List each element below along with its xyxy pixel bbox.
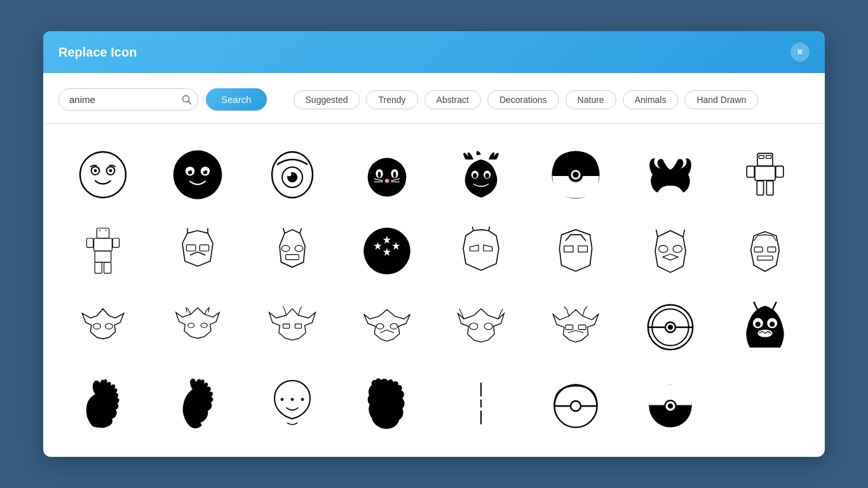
svg-line-53: [283, 228, 284, 233]
svg-rect-46: [95, 251, 112, 262]
divider: [43, 123, 825, 124]
icon-anime-face-2[interactable]: [153, 139, 243, 210]
modal-body: Search Suggested Trendy Abstract Decorat…: [43, 73, 825, 457]
svg-point-21: [377, 172, 381, 178]
search-input-wrapper: [58, 88, 198, 111]
icon-gundam-face-1[interactable]: [437, 215, 526, 287]
icon-gundam-wing-3[interactable]: [248, 292, 337, 363]
modal-header: Replace Icon ×: [43, 31, 825, 73]
category-nature[interactable]: Nature: [566, 90, 616, 109]
icon-totoro[interactable]: [720, 292, 810, 363]
svg-line-64: [473, 227, 474, 231]
close-button[interactable]: ×: [790, 43, 810, 62]
svg-rect-73: [768, 247, 776, 252]
icon-goku-hair[interactable]: [437, 139, 526, 210]
svg-rect-43: [94, 238, 112, 251]
svg-line-65: [489, 227, 490, 231]
svg-rect-38: [757, 181, 763, 195]
svg-line-69: [683, 229, 684, 236]
icon-pokeball-circle[interactable]: [626, 292, 715, 363]
svg-rect-74: [757, 256, 773, 260]
svg-point-6: [109, 169, 112, 172]
search-icon-button[interactable]: [182, 95, 192, 105]
icon-gundam-face-3[interactable]: [626, 215, 715, 287]
svg-point-12: [188, 169, 190, 171]
category-trendy[interactable]: Trendy: [366, 90, 417, 109]
svg-point-27: [485, 173, 489, 179]
svg-point-105: [571, 401, 581, 411]
svg-point-22: [393, 172, 396, 178]
svg-point-84: [484, 323, 492, 329]
svg-line-1: [189, 101, 191, 104]
category-decorations[interactable]: Decorations: [487, 90, 559, 109]
svg-point-55: [281, 245, 290, 252]
category-abstract[interactable]: Abstract: [424, 90, 481, 109]
svg-point-81: [376, 323, 384, 329]
icon-gundam-wing-5[interactable]: [437, 292, 526, 363]
svg-point-97: [280, 398, 283, 401]
svg-rect-79: [283, 324, 289, 329]
icon-gundam-robot[interactable]: [720, 139, 810, 210]
icon-dragonball-4star[interactable]: [342, 215, 431, 287]
search-icon: [182, 95, 192, 105]
svg-rect-48: [104, 262, 111, 274]
svg-rect-36: [747, 166, 754, 177]
search-input[interactable]: [58, 88, 198, 111]
icon-anime-eye[interactable]: [248, 139, 337, 210]
icon-slim-lines[interactable]: [437, 368, 526, 439]
icon-gundam-wing-1[interactable]: [58, 292, 148, 363]
icon-pokeball[interactable]: [531, 139, 621, 210]
svg-point-78: [201, 323, 207, 327]
icon-gundam-head-2[interactable]: [248, 215, 337, 287]
category-hand-drawn[interactable]: Hand Drawn: [684, 90, 758, 109]
icon-saiyan-outline[interactable]: [342, 368, 431, 439]
svg-point-5: [94, 169, 97, 172]
svg-point-13: [203, 169, 205, 171]
icon-gundam-head-1[interactable]: [153, 215, 243, 287]
svg-rect-72: [754, 247, 763, 252]
icon-gundam-wing-4[interactable]: [342, 292, 431, 363]
category-pills: Suggested Trendy Abstract Decorations Na…: [294, 90, 759, 109]
svg-point-98: [290, 398, 294, 401]
icon-gundam-full[interactable]: [58, 215, 148, 287]
svg-rect-80: [295, 324, 301, 329]
icon-pokeball-half[interactable]: [531, 368, 621, 439]
svg-rect-85: [566, 325, 573, 329]
icon-saiyan-hair-1[interactable]: [58, 368, 148, 439]
svg-point-95: [770, 322, 775, 327]
search-bar: Search Suggested Trendy Abstract Decorat…: [58, 88, 810, 111]
svg-rect-67: [578, 246, 587, 252]
svg-point-94: [755, 322, 760, 327]
icon-anime-face-1[interactable]: [58, 139, 148, 210]
svg-rect-47: [95, 262, 102, 274]
icon-pokeball-dark[interactable]: [626, 368, 715, 439]
svg-rect-66: [564, 246, 573, 252]
icon-gundam-wing-2[interactable]: [153, 292, 243, 363]
icons-area[interactable]: [58, 137, 810, 442]
icons-grid: [58, 137, 810, 442]
category-suggested[interactable]: Suggested: [294, 90, 360, 109]
icon-saiyan-shadow[interactable]: [153, 368, 243, 439]
svg-point-2: [80, 152, 126, 198]
svg-rect-44: [87, 238, 93, 247]
svg-point-71: [673, 245, 682, 252]
icon-gundam-face-2[interactable]: [531, 215, 621, 287]
svg-rect-86: [578, 325, 586, 329]
search-button[interactable]: Search: [206, 88, 267, 111]
svg-point-83: [470, 323, 478, 329]
svg-point-91: [668, 325, 673, 330]
icon-anime-fox[interactable]: [626, 139, 715, 210]
svg-point-75: [93, 323, 101, 329]
svg-rect-57: [285, 255, 299, 260]
modal-title: Replace Icon: [58, 45, 137, 60]
icon-cat-face[interactable]: [342, 139, 431, 210]
icon-gundam-wing-6[interactable]: [531, 292, 621, 363]
category-animals[interactable]: Animals: [623, 90, 679, 109]
svg-point-18: [367, 158, 406, 197]
svg-point-26: [473, 173, 477, 179]
icon-anime-head-dots[interactable]: [248, 368, 337, 439]
svg-rect-35: [755, 166, 775, 180]
icon-gundam-face-4[interactable]: [720, 215, 810, 287]
replace-icon-modal: Replace Icon × Search Suggested Trendy A…: [43, 31, 825, 457]
svg-point-76: [105, 323, 113, 329]
